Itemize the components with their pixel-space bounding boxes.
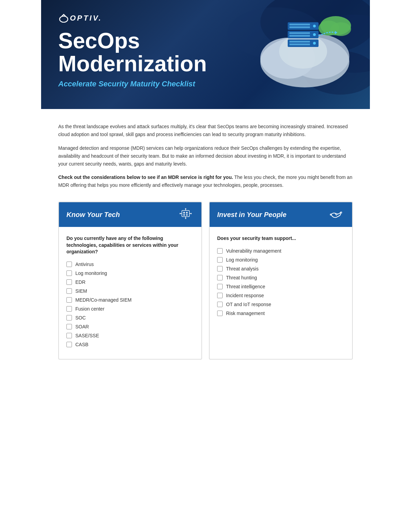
svg-rect-29	[186, 214, 188, 216]
checklist-label: Vulnerability management	[226, 248, 281, 254]
svg-point-38	[330, 214, 332, 216]
checkbox[interactable]	[217, 311, 223, 316]
checkbox[interactable]	[66, 297, 72, 303]
checkbox[interactable]	[66, 306, 72, 312]
people-checklist-item[interactable]: Incident response	[217, 293, 345, 298]
svg-point-20	[313, 25, 316, 27]
logo-wordmark: OPTIV.	[70, 14, 102, 23]
svg-point-37	[190, 213, 192, 214]
people-checklist-item[interactable]: OT and IoT response	[217, 302, 345, 307]
checklist-label: Antivirus	[75, 262, 94, 267]
tech-checklist-item[interactable]: SOAR	[66, 324, 194, 329]
svg-point-35	[185, 218, 186, 219]
checklist-label: Risk management	[226, 311, 265, 316]
people-checklist: Vulnerability managementLog monitoringTh…	[217, 248, 345, 316]
svg-point-23	[331, 22, 351, 36]
invest-in-people-header: Invest in Your People	[210, 202, 352, 227]
checkbox[interactable]	[217, 257, 223, 263]
svg-rect-15	[289, 35, 310, 37]
people-checklist-item[interactable]: Threat intelligence	[217, 284, 345, 289]
checklist-label: EDR	[75, 279, 86, 285]
checklist-label: SASE/SSE	[75, 333, 99, 338]
people-checklist-item[interactable]: Threat hunting	[217, 275, 345, 280]
people-checklist-item[interactable]: Threat analysis	[217, 266, 345, 271]
svg-rect-11	[289, 44, 310, 45]
know-your-tech-question: Do you currently have any of the followi…	[66, 235, 194, 255]
svg-point-36	[179, 213, 181, 214]
svg-rect-25	[182, 210, 189, 217]
svg-point-12	[313, 42, 316, 45]
checkbox[interactable]	[217, 284, 223, 289]
people-icon	[327, 208, 345, 221]
svg-rect-10	[289, 41, 310, 43]
checklist-label: OT and IoT response	[226, 302, 271, 307]
svg-point-34	[185, 208, 186, 209]
invest-in-people-card: Invest in Your People Does your security…	[209, 202, 353, 360]
tech-icon	[177, 208, 194, 221]
checklist-label: CASB	[75, 342, 88, 347]
know-your-tech-title: Know Your Tech	[66, 211, 120, 219]
intro-bold-text: Check out the considerations below to se…	[58, 174, 233, 180]
checklist-label: MEDR/Co-managed SIEM	[75, 297, 132, 303]
tech-checklist-item[interactable]: CASB	[66, 342, 194, 347]
tech-checklist-item[interactable]: SOC	[66, 315, 194, 321]
checkbox[interactable]	[66, 315, 72, 321]
tech-checklist-item[interactable]: Antivirus	[66, 262, 194, 267]
checklist-label: SOC	[75, 315, 86, 321]
tech-checklist: AntivirusLog monitoringEDRSIEMMEDR/Co-ma…	[66, 262, 194, 347]
svg-rect-14	[289, 32, 310, 34]
tech-checklist-item[interactable]: Log monitoring	[66, 270, 194, 276]
invest-in-people-title: Invest in Your People	[217, 211, 286, 219]
tech-checklist-item[interactable]: MEDR/Co-managed SIEM	[66, 297, 194, 303]
checklist-label: Log monitoring	[226, 257, 258, 263]
people-checklist-item[interactable]: Log monitoring	[217, 257, 345, 263]
checklist-label: Incident response	[226, 293, 264, 298]
checkbox[interactable]	[66, 333, 72, 338]
svg-point-39	[340, 211, 342, 214]
checkbox[interactable]	[66, 342, 72, 347]
checkbox[interactable]	[66, 324, 72, 329]
cards-row: Know Your Tech	[58, 202, 353, 360]
tech-checklist-item[interactable]: EDR	[66, 279, 194, 285]
page-header: OPTIV. SecOps Modernization Accelerate S…	[41, 0, 370, 109]
checklist-label: SIEM	[75, 288, 87, 294]
tech-checklist-item[interactable]: Fusion center	[66, 306, 194, 312]
checklist-label: Threat hunting	[226, 275, 257, 280]
header-illustration	[250, 7, 360, 96]
svg-point-4	[60, 16, 68, 22]
checklist-label: Fusion center	[75, 306, 104, 312]
tech-checklist-item[interactable]: SIEM	[66, 288, 194, 294]
checkbox[interactable]	[66, 288, 72, 294]
checklist-label: Threat intelligence	[226, 284, 265, 289]
svg-rect-26	[183, 212, 185, 214]
checkbox[interactable]	[217, 293, 223, 298]
intro-paragraph-3: Check out the considerations below to se…	[58, 173, 353, 189]
intro-paragraph-2: Managed detection and response (MDR) ser…	[58, 144, 353, 168]
people-checklist-item[interactable]: Vulnerability management	[217, 248, 345, 254]
svg-rect-18	[289, 24, 310, 25]
tech-checklist-item[interactable]: SASE/SSE	[66, 333, 194, 338]
checklist-label: Log monitoring	[75, 270, 107, 276]
svg-point-16	[313, 33, 316, 36]
svg-rect-27	[186, 212, 188, 214]
svg-rect-28	[183, 214, 185, 216]
intro-paragraph-1: As the threat landscape evolves and atta…	[58, 123, 353, 138]
checkbox[interactable]	[217, 248, 223, 254]
checkbox[interactable]	[217, 302, 223, 307]
checkbox[interactable]	[66, 262, 72, 267]
checklist-label: SOAR	[75, 324, 89, 329]
know-your-tech-card: Know Your Tech	[58, 202, 202, 360]
logo-icon	[58, 14, 69, 23]
know-your-tech-header: Know Your Tech	[59, 202, 201, 227]
checklist-label: Threat analysis	[226, 266, 259, 271]
checkbox[interactable]	[66, 270, 72, 276]
people-checklist-item[interactable]: Risk management	[217, 311, 345, 316]
know-your-tech-body: Do you currently have any of the followi…	[59, 227, 201, 359]
checkbox[interactable]	[66, 279, 72, 285]
checkbox[interactable]	[217, 266, 223, 271]
invest-in-people-question: Does your security team support...	[217, 235, 345, 242]
page-content: As the threat landscape evolves and atta…	[41, 109, 370, 373]
invest-in-people-body: Does your security team support... Vulne…	[210, 227, 352, 328]
svg-rect-19	[289, 26, 310, 28]
checkbox[interactable]	[217, 275, 223, 280]
